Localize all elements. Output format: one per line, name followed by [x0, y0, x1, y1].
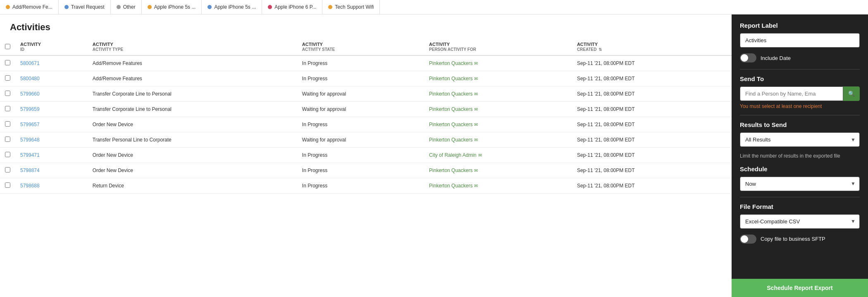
row-checkbox-cell: [0, 117, 15, 132]
row-type: Return Device: [88, 178, 297, 194]
tab-apple-5s-2[interactable]: Apple iPhone 5s ...: [202, 0, 262, 14]
select-all-checkbox[interactable]: [5, 44, 10, 49]
row-id: 5800480: [15, 71, 88, 86]
report-label-title: Report Label: [740, 22, 860, 29]
row-checkbox[interactable]: [5, 60, 10, 65]
row-type: Add/Remove Features: [88, 55, 297, 71]
activity-id-link[interactable]: 5799657: [20, 122, 40, 127]
activity-id-link[interactable]: 5798688: [20, 183, 40, 189]
schedule-report-export-button[interactable]: Schedule Report Export: [732, 279, 868, 297]
tab-other[interactable]: Other: [111, 0, 142, 14]
row-id: 5800671: [15, 55, 88, 71]
row-person: Pinkerton Quackers✉: [424, 117, 572, 132]
activity-id-link[interactable]: 5799471: [20, 152, 40, 158]
person-link[interactable]: Pinkerton Quackers✉: [429, 183, 567, 189]
file-format-select-wrap: Excel-Compatible CSVCSVJSONPDF ▼: [740, 214, 860, 229]
activity-id-link[interactable]: 5800480: [20, 76, 40, 81]
activity-id-link[interactable]: 5799648: [20, 137, 40, 143]
person-link[interactable]: Pinkerton Quackers✉: [429, 168, 567, 173]
person-link[interactable]: City of Raleigh Admin✉: [429, 152, 567, 158]
row-checkbox[interactable]: [5, 182, 10, 188]
person-link[interactable]: Pinkerton Quackers✉: [429, 137, 567, 143]
row-checkbox[interactable]: [5, 152, 10, 157]
col-activity-created: Activity CREATED ⇅: [572, 38, 732, 55]
person-link[interactable]: Pinkerton Quackers✉: [429, 91, 567, 97]
tab-label-tech-support: Tech Support Wifi: [335, 4, 374, 10]
row-type: Order New Device: [88, 163, 297, 178]
send-to-title: Send To: [740, 75, 860, 82]
row-created: Sep-11 '21, 08:00PM EDT: [572, 163, 732, 178]
email-icon: ✉: [474, 137, 478, 143]
file-format-select[interactable]: Excel-Compatible CSVCSVJSONPDF: [740, 214, 860, 229]
row-id: 5798874: [15, 163, 88, 178]
tab-label-apple-5s-1: Apple iPhone 5s ...: [154, 4, 196, 10]
row-checkbox[interactable]: [5, 106, 10, 111]
row-checkbox[interactable]: [5, 167, 10, 172]
row-checkbox[interactable]: [5, 75, 10, 81]
copy-sftp-toggle[interactable]: [740, 235, 756, 244]
report-label-input[interactable]: [740, 33, 860, 48]
email-icon: ✉: [474, 91, 478, 97]
include-date-toggle[interactable]: [740, 53, 756, 62]
row-checkbox-cell: [0, 178, 15, 194]
export-panel: Report Label Include Date Send To 🔍 You …: [732, 14, 868, 297]
schedule-title: Schedule: [740, 165, 860, 172]
send-to-search-button[interactable]: 🔍: [843, 86, 860, 101]
table-row: 5799660Transfer Corporate Line to Person…: [0, 86, 732, 102]
activity-id-link[interactable]: 5799660: [20, 91, 40, 97]
person-link[interactable]: Pinkerton Quackers✉: [429, 106, 567, 112]
tab-travel[interactable]: Travel Request: [59, 0, 111, 14]
limit-text: Limit the number of results in the expor…: [740, 153, 860, 160]
row-checkbox-cell: [0, 86, 15, 102]
col-activity-id: Activity ID: [15, 38, 88, 55]
table-row: 5800480Add/Remove FeaturesIn ProgressPin…: [0, 71, 732, 86]
results-select[interactable]: All ResultsFirst 100First 500First 1000: [740, 132, 860, 147]
tab-label-apple-5s-2: Apple iPhone 5s ...: [214, 4, 256, 10]
row-id: 5798688: [15, 178, 88, 194]
row-state: Waiting for approval: [297, 86, 424, 102]
row-created: Sep-11 '21, 08:00PM EDT: [572, 132, 732, 148]
activity-id-link[interactable]: 5799659: [20, 106, 40, 112]
table-row: 5800671Add/Remove FeaturesIn ProgressPin…: [0, 55, 732, 71]
tab-dot-apple-5s-1: [148, 5, 152, 9]
tab-dot-apple-6p: [268, 5, 272, 9]
table-row: 5799648Transfer Personal Line to Corpora…: [0, 132, 732, 148]
row-state: In Progress: [297, 71, 424, 86]
row-person: Pinkerton Quackers✉: [424, 163, 572, 178]
tab-dot-apple-5s-2: [207, 5, 212, 9]
results-select-wrap: All ResultsFirst 100First 500First 1000 …: [740, 132, 860, 147]
tab-label-apple-6p: Apple iPhone 6 P...: [274, 4, 316, 10]
row-id: 5799660: [15, 86, 88, 102]
activity-id-link[interactable]: 5798874: [20, 168, 40, 173]
col-activity-person: Activity PERSON ACTIVITY FOR: [424, 38, 572, 55]
results-to-send-title: Results to Send: [740, 121, 860, 128]
tab-label-other: Other: [123, 4, 136, 10]
row-person: Pinkerton Quackers✉: [424, 55, 572, 71]
send-to-input[interactable]: [740, 86, 843, 101]
row-checkbox-cell: [0, 132, 15, 148]
tab-tech-support[interactable]: Tech Support Wifi: [322, 0, 380, 14]
activity-id-link[interactable]: 5800671: [20, 60, 40, 66]
tab-apple-5s-1[interactable]: Apple iPhone 5s ...: [142, 0, 202, 14]
activities-table: Activity ID Activity ACTIVITY TYPE Activ…: [0, 38, 732, 194]
row-type: Transfer Personal Line to Corporate: [88, 132, 297, 148]
select-all-cell: [0, 38, 15, 55]
tab-label-add-remove: Add/Remove Fe...: [12, 4, 52, 10]
row-state: Waiting for approval: [297, 102, 424, 117]
tab-apple-6p[interactable]: Apple iPhone 6 P...: [262, 0, 322, 14]
person-link[interactable]: Pinkerton Quackers✉: [429, 122, 567, 127]
row-type: Order New Device: [88, 117, 297, 132]
person-link[interactable]: Pinkerton Quackers✉: [429, 60, 567, 66]
row-checkbox[interactable]: [5, 91, 10, 96]
tab-add-remove[interactable]: Add/Remove Fe...: [0, 0, 59, 14]
email-icon: ✉: [474, 168, 478, 173]
person-link[interactable]: Pinkerton Quackers✉: [429, 76, 567, 81]
row-checkbox-cell: [0, 163, 15, 178]
row-id: 5799648: [15, 132, 88, 148]
table-row: 5799657Order New DeviceIn ProgressPinker…: [0, 117, 732, 132]
row-checkbox[interactable]: [5, 121, 10, 127]
schedule-select[interactable]: NowDailyWeeklyMonthly: [740, 177, 860, 191]
row-checkbox[interactable]: [5, 137, 10, 142]
table-row: 5799659Transfer Corporate Line to Person…: [0, 102, 732, 117]
col-activity-type: Activity ACTIVITY TYPE: [88, 38, 297, 55]
